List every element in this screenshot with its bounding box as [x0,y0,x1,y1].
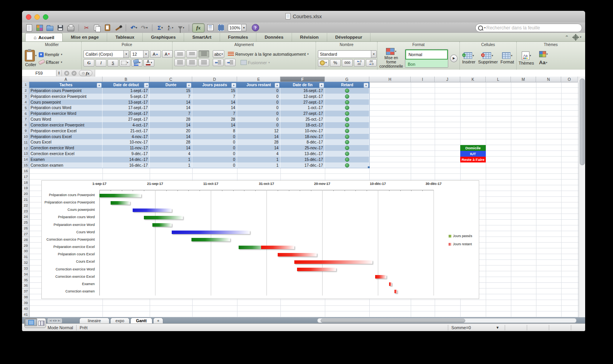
row-header-16[interactable]: 16 [22,168,30,174]
style-normal[interactable]: Normal [405,50,448,60]
table-cell[interactable]: 15 [192,88,237,94]
table-cell[interactable]: 25-nov.-17 [280,145,325,151]
sheet-search-field[interactable]: ▾ [475,24,582,32]
table-cell[interactable]: 0 [237,116,280,122]
redo-button[interactable]: ↷▾ [140,24,149,32]
row-header-26[interactable]: 26 [22,226,30,231]
align-top-button[interactable] [174,50,185,58]
table-cell[interactable]: 12 [237,128,280,134]
table-cell[interactable]: 0 [192,139,237,145]
align-bottom-button[interactable] [198,50,209,58]
table-cell[interactable]: 18-oct.-17 [280,122,325,128]
filter-dropdown-button[interactable]: ▼ [275,83,280,88]
help-button[interactable]: ? [251,24,260,32]
table-cell[interactable]: 0 [192,134,237,140]
horizontal-scrollbar[interactable] [317,318,577,323]
table-cell[interactable] [325,94,369,99]
table-cell[interactable]: Correction exercice Powerpoint [29,122,102,128]
table-cell[interactable]: Cours powerpoint [29,99,102,105]
table-cell[interactable]: 5-sept.-17 [102,94,150,99]
ribbon-tab-graphiques[interactable]: Graphiques [143,33,184,41]
formula-builder-button[interactable] [206,24,215,32]
italic-button[interactable]: I [96,59,106,67]
filter-dropdown-button[interactable]: ▼ [319,83,324,88]
column-header-A[interactable]: A [29,77,102,82]
table-cell[interactable] [325,128,369,134]
table-cell[interactable]: 1-oct.-17 [280,105,325,111]
table-cell[interactable] [325,145,369,151]
vertical-scrollbar-thumb[interactable] [580,79,585,165]
filter-dropdown-button[interactable]: ▼ [186,83,191,88]
table-cell[interactable]: 13-déc.-17 [280,151,325,157]
row-header-21[interactable]: 21 [22,197,30,203]
table-cell[interactable]: Cours Excel [29,139,102,145]
ribbon-tab-accueil[interactable]: ⌂Accueil [25,33,63,41]
delete-cells-button[interactable]: ✕▾ Supprimer [478,52,498,64]
fill-button[interactable]: ▼Remplir▾ [39,52,62,57]
row-header-22[interactable]: 22 [22,202,30,208]
ribbon-tab-données[interactable]: Données [256,33,292,41]
currency-format-button[interactable]: ▾ [318,59,329,67]
table-cell[interactable]: Préparation exercice Excel [29,128,102,134]
cut-button[interactable]: ✂ [82,24,91,32]
gantt-bar-passed[interactable] [239,246,261,249]
table-cell[interactable] [325,99,369,105]
gantt-bar-passed[interactable] [172,231,250,234]
row-header-35[interactable]: 35 [22,277,30,283]
table-cell[interactable]: Préparation exercice Powerpoint [29,94,102,99]
column-header-L[interactable]: L [486,77,511,82]
table-cell[interactable]: 16-sept.-17 [280,88,325,94]
table-cell[interactable]: 20-sept.-17 [102,111,150,116]
column-header-N[interactable]: N [536,77,561,82]
insert-cells-button[interactable]: ⇦▾ Insérer [462,52,475,64]
name-box[interactable]: F59 [22,70,56,76]
table-header-3[interactable]: Jours passés▼ [192,82,237,88]
row-header-2[interactable]: 2 [22,88,30,94]
gantt-bar-remaining[interactable] [375,275,386,279]
table-header-5[interactable]: Date de fin▼ [280,82,325,88]
table-cell[interactable]: 1 [237,162,280,168]
row-header-4[interactable]: 4 [22,99,30,105]
search-input[interactable] [486,25,579,31]
table-cell[interactable] [325,162,369,168]
table-cell[interactable]: 0 [192,145,237,151]
ribbon-tab-révision[interactable]: Révision [292,33,327,41]
theme-colors-button[interactable]: ▾ [539,51,548,57]
more-styles-button[interactable]: ▶ [450,55,458,62]
theme-fonts-button[interactable]: Aa▾ [539,60,548,65]
new-workbook-button[interactable] [24,24,34,32]
copy-button[interactable] [92,24,102,32]
zoom-caret[interactable]: ▾ [242,24,246,31]
table-cell[interactable] [325,105,369,111]
table-cell[interactable]: 0 [192,157,237,162]
align-center-button[interactable] [186,59,197,66]
gantt-bar-remaining[interactable] [389,282,392,286]
sum-menu-caret[interactable]: ▼ [496,326,499,330]
table-cell[interactable]: 0 [192,162,237,168]
gantt-bar-passed[interactable] [152,223,172,227]
table-cell[interactable]: 10-nov.-17 [280,128,325,134]
table-cell[interactable]: 1 [237,157,280,162]
row-header-8[interactable]: 8 [22,122,30,128]
row-header-10[interactable]: 10 [22,133,30,139]
filter-dropdown-button[interactable]: ▼ [364,83,369,88]
page-layout-view-button[interactable] [37,318,46,328]
sort-button[interactable]: AZ↓▾ [166,24,175,32]
row-header-24[interactable]: 24 [22,214,30,220]
row-header-36[interactable]: 36 [22,283,30,289]
table-header-4[interactable]: Jours restant▼ [237,82,281,88]
name-box-stepper[interactable]: ▲▼ [56,70,62,76]
table-cell[interactable]: 8 [192,128,237,134]
table-cell[interactable]: Cours Word [29,116,102,122]
filter-dropdown-button[interactable]: ↑▼ [144,83,149,88]
table-cell[interactable]: 0 [192,151,237,157]
row-header-32[interactable]: 32 [22,260,30,266]
row-header-27[interactable]: 27 [22,231,30,237]
decrease-font-button[interactable]: A▼ [162,50,173,58]
table-cell[interactable]: 14-déc.-17 [102,157,150,162]
table-cell[interactable]: 9-déc.-17 [102,151,150,157]
gantt-bar-remaining[interactable] [394,290,397,293]
row-header-9[interactable]: 9 [22,128,30,134]
thousands-format-button[interactable]: 000 [342,59,353,67]
gantt-bar-passed[interactable] [111,201,130,205]
